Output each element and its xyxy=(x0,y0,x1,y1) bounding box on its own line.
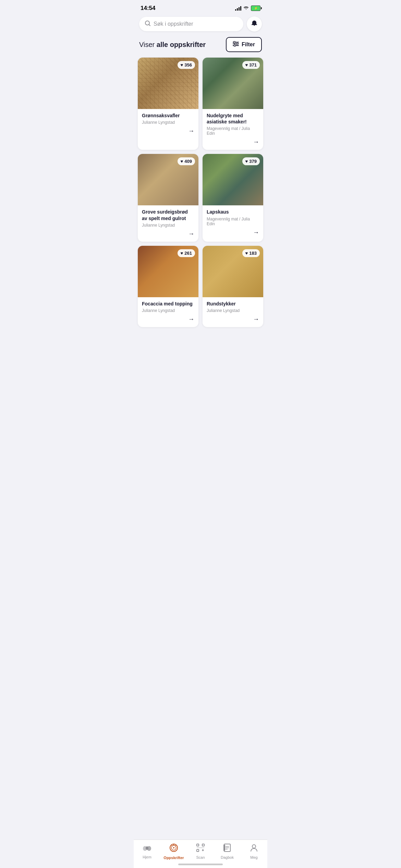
recipe-info: Grove surdeigsbrød av spelt med gulrot J… xyxy=(138,205,198,241)
recipe-arrow[interactable]: → xyxy=(142,230,194,238)
recipe-author: Julianne Lyngstad xyxy=(142,223,194,228)
recipe-info: Grønnsaksvafler Julianne Lyngstad → xyxy=(138,109,198,139)
like-badge: ♥ 379 xyxy=(242,157,260,165)
header-row: Viser alle oppskrifter Filter xyxy=(134,36,267,58)
search-section: Søk i oppskrifter xyxy=(134,14,267,36)
search-placeholder: Søk i oppskrifter xyxy=(154,21,193,27)
like-count: 409 xyxy=(184,159,192,164)
recipe-card[interactable]: ♥ 371 Nudelgryte med asiatiske smaker! M… xyxy=(203,58,263,150)
recipe-author: Julianne Lyngstad xyxy=(142,308,194,313)
filter-button[interactable]: Filter xyxy=(226,37,262,52)
main-content: Søk i oppskrifter Viser alle oppskrifter xyxy=(134,14,267,362)
like-count: 356 xyxy=(184,62,192,68)
recipe-title: Grønnsaksvafler xyxy=(142,112,194,119)
like-count: 183 xyxy=(249,251,257,256)
recipe-image-4: ♥ 379 xyxy=(203,154,263,205)
status-bar: 14:54 ⚡ xyxy=(134,0,267,14)
like-badge: ♥ 183 xyxy=(242,249,260,257)
recipe-title: Focaccia med topping xyxy=(142,301,194,307)
svg-point-5 xyxy=(236,43,238,45)
recipe-arrow[interactable]: → xyxy=(207,138,259,146)
recipe-info: Nudelgryte med asiatiske smaker! Mageven… xyxy=(203,109,263,150)
recipe-author: Magevennlig mat / Julia Edin xyxy=(207,126,259,136)
like-count: 379 xyxy=(249,159,257,164)
notification-bell-button[interactable] xyxy=(247,16,262,32)
battery-icon: ⚡ xyxy=(251,5,260,11)
recipe-card[interactable]: ♥ 379 Lapskaus Magevennlig mat / Julia E… xyxy=(203,154,263,241)
like-badge: ♥ 356 xyxy=(178,61,195,69)
recipe-author: Julianne Lyngstad xyxy=(207,308,259,313)
recipe-image-2: ♥ 371 xyxy=(203,58,263,109)
recipe-info: Lapskaus Magevennlig mat / Julia Edin → xyxy=(203,205,263,240)
recipe-image-3: ♥ 409 xyxy=(138,154,198,205)
like-badge: ♥ 261 xyxy=(178,249,195,257)
heart-icon: ♥ xyxy=(245,159,248,164)
status-icons: ⚡ xyxy=(235,5,260,11)
like-count: 371 xyxy=(249,62,257,68)
recipe-image-5: ♥ 261 xyxy=(138,246,198,297)
recipe-author: Julianne Lyngstad xyxy=(142,120,194,125)
recipe-arrow[interactable]: → xyxy=(207,229,259,236)
like-badge: ♥ 409 xyxy=(178,157,195,165)
search-bar[interactable]: Søk i oppskrifter xyxy=(139,17,243,31)
recipe-arrow[interactable]: → xyxy=(142,128,194,135)
recipe-title: Rundstykker xyxy=(207,301,259,307)
filter-sliders-icon xyxy=(233,41,239,48)
svg-point-4 xyxy=(233,41,235,43)
heart-icon: ♥ xyxy=(245,251,248,256)
heart-icon: ♥ xyxy=(181,159,183,164)
recipe-title: Lapskaus xyxy=(207,209,259,215)
recipe-info: Focaccia med topping Julianne Lyngstad → xyxy=(138,297,198,327)
bell-icon xyxy=(251,20,258,29)
signal-bars-icon xyxy=(235,6,241,11)
recipe-author: Magevennlig mat / Julia Edin xyxy=(207,217,259,226)
recipe-image-6: ♥ 183 xyxy=(203,246,263,297)
recipe-card[interactable]: ♥ 356 Grønnsaksvafler Julianne Lyngstad … xyxy=(138,58,198,150)
showing-label: Viser alle oppskrifter xyxy=(139,41,206,49)
like-count: 261 xyxy=(184,251,192,256)
heart-icon: ♥ xyxy=(181,62,183,68)
heart-icon: ♥ xyxy=(181,251,183,256)
recipe-card[interactable]: ♥ 183 Rundstykker Julianne Lyngstad → xyxy=(203,246,263,327)
recipe-card[interactable]: ♥ 261 Focaccia med topping Julianne Lyng… xyxy=(138,246,198,327)
recipe-grid: ♥ 356 Grønnsaksvafler Julianne Lyngstad … xyxy=(134,58,267,331)
status-time: 14:54 xyxy=(141,5,155,12)
like-badge: ♥ 371 xyxy=(242,61,260,69)
recipe-title: Grove surdeigsbrød av spelt med gulrot xyxy=(142,209,194,221)
svg-point-0 xyxy=(145,21,149,25)
wifi-icon xyxy=(243,5,249,11)
filter-label: Filter xyxy=(242,41,255,48)
recipe-title: Nudelgryte med asiatiske smaker! xyxy=(207,112,259,125)
search-icon xyxy=(145,20,151,28)
recipe-info: Rundstykker Julianne Lyngstad → xyxy=(203,297,263,327)
svg-point-6 xyxy=(234,45,235,47)
recipe-arrow[interactable]: → xyxy=(142,316,194,323)
recipe-arrow[interactable]: → xyxy=(207,316,259,323)
heart-icon: ♥ xyxy=(245,62,248,68)
recipe-card[interactable]: ♥ 409 Grove surdeigsbrød av spelt med gu… xyxy=(138,154,198,241)
recipe-image-1: ♥ 356 xyxy=(138,58,198,109)
